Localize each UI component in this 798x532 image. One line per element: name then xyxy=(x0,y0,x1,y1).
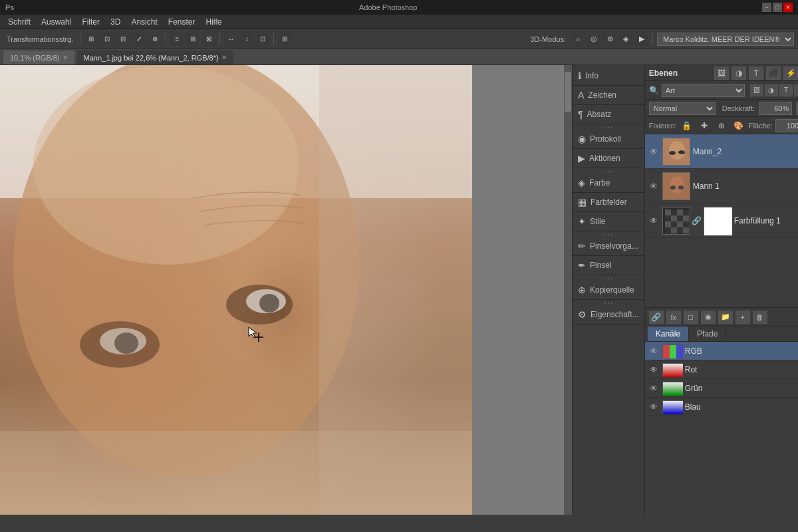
tab-1-close[interactable]: ✕ xyxy=(221,54,227,61)
tab-pfade[interactable]: Pfade xyxy=(689,327,726,341)
eigenschaft-icon: ⚙ xyxy=(578,309,587,320)
tab-0-close[interactable]: ✕ xyxy=(63,54,68,61)
panel-stile-label: Stile xyxy=(590,217,605,226)
filter-shape-btn[interactable]: ⬛ xyxy=(794,84,798,96)
panel-aktionen[interactable]: ▶ Aktionen xyxy=(573,149,644,168)
menu-auswahl[interactable]: Auswahl xyxy=(36,16,76,28)
toolbar-icon-1[interactable]: ⊞ xyxy=(84,33,98,46)
svg-rect-38 xyxy=(663,364,683,377)
layer-eye-farbfuellung[interactable]: 👁 xyxy=(648,215,660,227)
layer-new-btn[interactable]: + xyxy=(735,311,750,324)
toolbar-icon-3[interactable]: ⊟ xyxy=(116,33,130,46)
toolbar-icon-11[interactable]: ⊡ xyxy=(256,33,269,46)
flache-input[interactable] xyxy=(775,119,798,132)
tab-kanale-label: Kanäle xyxy=(656,329,680,338)
toolbar-icon-8[interactable]: ⊠ xyxy=(202,33,215,46)
fixieren-label: Fixieren: xyxy=(649,122,677,130)
panel-stile[interactable]: ✦ Stile xyxy=(573,212,644,231)
panel-absatz[interactable]: ¶ Absatz xyxy=(573,105,644,124)
svg-point-15 xyxy=(669,151,676,155)
canvas-area[interactable] xyxy=(0,65,572,515)
stile-icon: ✦ xyxy=(578,216,586,227)
minimize-button[interactable]: − xyxy=(762,3,771,12)
tab-kanale[interactable]: Kanäle xyxy=(648,327,689,341)
3d-icon-3[interactable]: ⊕ xyxy=(603,33,616,46)
tab-0[interactable]: 10,1% (RGB/8) ✕ xyxy=(3,50,75,65)
3d-icon-4[interactable]: ◈ xyxy=(619,33,632,46)
canvas-scrollbar-vertical[interactable] xyxy=(564,65,572,515)
menu-filter[interactable]: Filter xyxy=(76,16,105,28)
channel-row-rot[interactable]: 👁 xyxy=(645,360,798,379)
channel-row-blau[interactable]: 👁 xyxy=(645,398,798,416)
opacity-input[interactable] xyxy=(759,102,792,115)
filter-text-btn[interactable]: T xyxy=(779,84,793,96)
filter-adj-btn[interactable]: ◑ xyxy=(765,84,778,96)
panel-info[interactable]: ℹ Info xyxy=(573,66,644,86)
menu-ansicht[interactable]: Ansicht xyxy=(126,16,162,28)
menu-fenster[interactable]: Fenster xyxy=(163,16,201,28)
layer-mask-btn[interactable]: □ xyxy=(684,311,698,324)
filter-pixel-btn[interactable]: 🖼 xyxy=(750,84,763,96)
toolbar-icon-5[interactable]: ⊕ xyxy=(148,33,162,46)
3d-icon-5[interactable]: ▶ xyxy=(635,33,648,46)
tab-1[interactable]: Mann_1.jpg bei 22,6% (Mann_2, RGB/8*) ✕ xyxy=(76,50,234,65)
fix-icon-lock[interactable]: 🔒 xyxy=(680,120,694,132)
channel-eye-rot[interactable]: 👁 xyxy=(648,364,660,376)
toolbar-icon-4[interactable]: ⤢ xyxy=(132,33,146,46)
toolbar-icon-7[interactable]: ⊞ xyxy=(186,33,200,46)
maximize-button[interactable]: □ xyxy=(773,3,782,12)
channel-eye-rgb[interactable]: 👁 xyxy=(648,345,660,357)
sep2 xyxy=(166,33,166,45)
channel-eye-blau[interactable]: 👁 xyxy=(648,401,660,413)
layer-thumb-svg-mann2 xyxy=(663,138,690,166)
layers-panel-title: Ebenen xyxy=(649,68,678,78)
panel-pinsel[interactable]: ✒ Pinsel xyxy=(573,256,644,275)
menu-hilfe[interactable]: Hilfe xyxy=(200,16,227,28)
3d-icon-1[interactable]: ○ xyxy=(571,33,585,46)
layers-header-icon-text[interactable]: T xyxy=(749,66,763,80)
panel-farbe[interactable]: ◈ Farbe xyxy=(573,174,644,193)
layer-eye-mann2[interactable]: 👁 xyxy=(648,146,660,158)
fix-icon-art[interactable]: 🎨 xyxy=(732,120,746,132)
menu-3d[interactable]: 3D xyxy=(105,16,126,28)
panel-kopierquelle[interactable]: ⊕ Kopierquelle xyxy=(573,281,644,300)
layer-group-btn[interactable]: 📁 xyxy=(718,311,733,324)
layers-header-icon-smart[interactable]: ⚡ xyxy=(783,66,798,80)
panel-eigenschaft[interactable]: ⚙ Eigenschaft... xyxy=(573,305,644,325)
profile-dropdown[interactable]: Marco Kolditz. MEER DER IDEEN® xyxy=(657,33,794,46)
toolbar-icon-6[interactable]: ≡ xyxy=(170,33,184,46)
canvas-scrollbar-thumb[interactable] xyxy=(565,72,571,112)
blend-mode-dropdown[interactable]: Normal xyxy=(649,102,716,115)
layer-type-dropdown[interactable]: Art xyxy=(662,84,745,97)
layers-header-icon-shape[interactable]: ⬛ xyxy=(766,66,781,80)
panel-zeichen[interactable]: A Zeichen xyxy=(573,86,644,105)
channel-row-rgb[interactable]: 👁 RGB Strg+2 xyxy=(645,342,798,360)
channel-eye-gruen[interactable]: 👁 xyxy=(648,382,660,394)
layer-adj-btn[interactable]: ◉ xyxy=(701,311,716,324)
toolbar-icon-12[interactable]: ⊞ xyxy=(278,33,291,46)
layers-header-icon-img[interactable]: 🖼 xyxy=(714,66,729,80)
sep-dots-1: • • • xyxy=(573,124,644,130)
layer-delete-btn[interactable]: 🗑 xyxy=(753,311,767,324)
channels-tabs: Kanäle Pfade ≡ xyxy=(645,326,798,342)
close-button[interactable]: ✕ xyxy=(783,3,793,12)
toolbar-icon-2[interactable]: ⊡ xyxy=(100,33,114,46)
fix-icon-move[interactable]: ✚ xyxy=(697,120,712,132)
layer-row-mann1[interactable]: 👁 Mann 1 xyxy=(645,169,798,203)
layer-row-mann2[interactable]: 👁 Mann_2 xyxy=(645,134,798,169)
panel-farbfelder[interactable]: ▦ Farbfelder xyxy=(573,193,644,212)
fix-icon-transform[interactable]: ⊕ xyxy=(714,120,729,132)
panel-pinselvorga[interactable]: ✏ Pinselvorga... xyxy=(573,237,644,256)
panel-protokoll[interactable]: ◉ Protokoll xyxy=(573,130,644,149)
layers-header-icon-adj[interactable]: ◑ xyxy=(732,66,746,80)
layer-eye-mann1[interactable]: 👁 xyxy=(648,180,660,192)
layer-row-farbfuellung[interactable]: 👁 xyxy=(645,203,798,238)
3d-icon-2[interactable]: ◎ xyxy=(587,33,600,46)
toolbar-icon-9[interactable]: ↔ xyxy=(224,33,237,46)
toolbar-icon-10[interactable]: ↕ xyxy=(240,33,253,46)
menu-schrift[interactable]: Schrift xyxy=(3,16,36,28)
layer-fx-btn[interactable]: fx xyxy=(666,311,681,324)
channel-svg-gruen xyxy=(663,382,683,396)
layer-link-btn[interactable]: 🔗 xyxy=(649,311,664,324)
channel-row-gruen[interactable]: 👁 xyxy=(645,379,798,398)
